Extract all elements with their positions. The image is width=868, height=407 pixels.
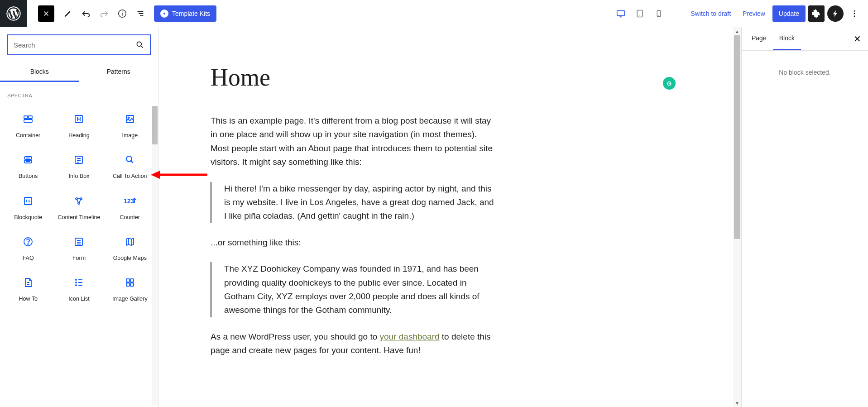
details-button[interactable] <box>113 5 131 23</box>
close-icon: ✕ <box>854 34 861 44</box>
block-container[interactable]: Container <box>4 105 53 144</box>
spectra-button[interactable] <box>827 5 844 22</box>
block-image[interactable]: Image <box>106 105 154 144</box>
search-wrap <box>0 27 158 62</box>
mobile-view-button[interactable] <box>651 5 667 22</box>
outline-button[interactable] <box>131 5 149 23</box>
paragraph-3[interactable]: As a new WordPress user, you should go t… <box>211 330 496 358</box>
tab-blocks[interactable]: Blocks <box>0 62 79 82</box>
undo-button[interactable] <box>77 5 95 23</box>
heading-icon <box>72 113 85 125</box>
editor-toolbar: Template Kits Switch to draft Preview Up… <box>0 0 868 27</box>
preview-button[interactable]: Preview <box>738 10 770 17</box>
redo-button[interactable] <box>95 5 113 23</box>
block-list[interactable]: SPECTRA Container Heading Image Buttons … <box>0 82 158 407</box>
block-form[interactable]: Form <box>54 228 103 267</box>
counter-icon: 123 <box>124 195 136 207</box>
settings-button[interactable] <box>808 5 825 22</box>
svg-rect-33 <box>126 279 129 282</box>
page-title[interactable]: Home <box>211 63 496 91</box>
search-input[interactable] <box>14 41 135 49</box>
block-info-box[interactable]: Info Box <box>54 146 103 185</box>
block-icon-list[interactable]: Icon List <box>54 269 103 308</box>
block-how-to[interactable]: How To <box>4 269 53 308</box>
blockquote-icon <box>22 195 34 207</box>
tablet-view-button[interactable] <box>632 5 648 22</box>
svg-rect-12 <box>24 116 28 119</box>
grammarly-badge[interactable]: G <box>663 77 676 90</box>
image-icon <box>124 113 136 125</box>
svg-point-28 <box>28 244 29 244</box>
desktop-icon <box>616 9 626 19</box>
cta-icon <box>124 153 136 166</box>
update-button[interactable]: Update <box>772 5 806 22</box>
map-icon <box>124 235 136 248</box>
canvas-scrollbar[interactable]: ▲ ▼ <box>733 27 741 407</box>
scrollbar-thumb[interactable] <box>152 106 158 144</box>
more-options-button[interactable] <box>846 5 863 22</box>
scrollbar-thumb[interactable] <box>734 35 740 239</box>
svg-point-23 <box>76 198 77 200</box>
faq-icon <box>22 235 34 248</box>
redo-icon <box>99 9 109 19</box>
block-buttons[interactable]: Buttons <box>4 146 53 185</box>
svg-rect-35 <box>126 283 129 286</box>
desktop-view-button[interactable] <box>613 5 629 22</box>
svg-rect-22 <box>24 197 32 205</box>
lightning-icon <box>831 10 839 18</box>
blockquote-2[interactable]: The XYZ Doohickey Company was founded in… <box>211 262 496 317</box>
block-call-to-action[interactable]: Call To Action <box>106 146 154 185</box>
block-faq[interactable]: FAQ <box>4 228 53 267</box>
close-sidebar-button[interactable]: ✕ <box>850 32 864 46</box>
block-counter[interactable]: 123Counter <box>106 187 154 226</box>
search-box[interactable] <box>7 34 151 55</box>
block-heading[interactable]: Heading <box>54 105 103 144</box>
paragraph-2[interactable]: ...or something like this: <box>211 236 496 249</box>
svg-point-9 <box>854 13 855 14</box>
tab-block[interactable]: Block <box>773 27 801 50</box>
sidebar-tabs: Page Block ✕ <box>742 27 868 51</box>
inserter-tabs: Blocks Patterns <box>0 62 158 82</box>
template-kits-button[interactable]: Template Kits <box>154 5 216 22</box>
close-inserter-button[interactable] <box>38 5 54 22</box>
close-icon <box>42 10 50 18</box>
svg-point-8 <box>854 10 855 11</box>
settings-sidebar: Page Block ✕ No block selected. <box>741 27 868 407</box>
undo-icon <box>81 9 91 19</box>
info-box-icon <box>72 153 85 166</box>
svg-rect-36 <box>130 283 134 286</box>
scroll-up-icon[interactable]: ▲ <box>733 27 741 35</box>
tab-patterns[interactable]: Patterns <box>79 62 158 82</box>
tab-page[interactable]: Page <box>745 27 773 50</box>
wordpress-logo[interactable] <box>0 0 27 27</box>
svg-rect-34 <box>130 279 134 282</box>
svg-marker-38 <box>151 171 160 179</box>
svg-point-17 <box>128 117 129 119</box>
buttons-icon <box>22 153 34 166</box>
tablet-icon <box>635 9 644 18</box>
switch-to-draft-button[interactable]: Switch to draft <box>686 10 735 17</box>
block-category-label: SPECTRA <box>4 89 154 105</box>
template-kits-label: Template Kits <box>172 10 210 17</box>
block-blockquote[interactable]: Blockquote <box>4 187 53 226</box>
svg-rect-3 <box>617 10 625 15</box>
toolbar-right: Switch to draft Preview Update <box>613 5 868 22</box>
scroll-down-icon[interactable]: ▼ <box>733 399 741 407</box>
info-icon <box>117 9 127 19</box>
edit-button[interactable] <box>59 5 77 23</box>
page-content[interactable]: Home This is an example page. It's diffe… <box>158 27 530 388</box>
list-icon <box>135 9 145 19</box>
inserter-scrollbar[interactable] <box>152 106 158 405</box>
dashboard-link[interactable]: your dashboard <box>380 332 440 341</box>
form-icon <box>72 235 85 248</box>
sidebar-body: No block selected. <box>742 51 868 94</box>
paragraph-1[interactable]: This is an example page. It's different … <box>211 114 496 169</box>
blockquote-1[interactable]: Hi there! I'm a bike messenger by day, a… <box>211 182 496 223</box>
howto-icon <box>22 276 34 289</box>
editor-canvas[interactable]: Home This is an example page. It's diffe… <box>158 27 741 407</box>
block-grid: Container Heading Image Buttons Info Box… <box>4 105 154 308</box>
block-content-timeline[interactable]: Content Timeline <box>54 187 103 226</box>
block-image-gallery[interactable]: Image Gallery <box>106 269 154 308</box>
block-google-maps[interactable]: Google Maps <box>106 228 154 267</box>
svg-point-30 <box>76 279 77 280</box>
